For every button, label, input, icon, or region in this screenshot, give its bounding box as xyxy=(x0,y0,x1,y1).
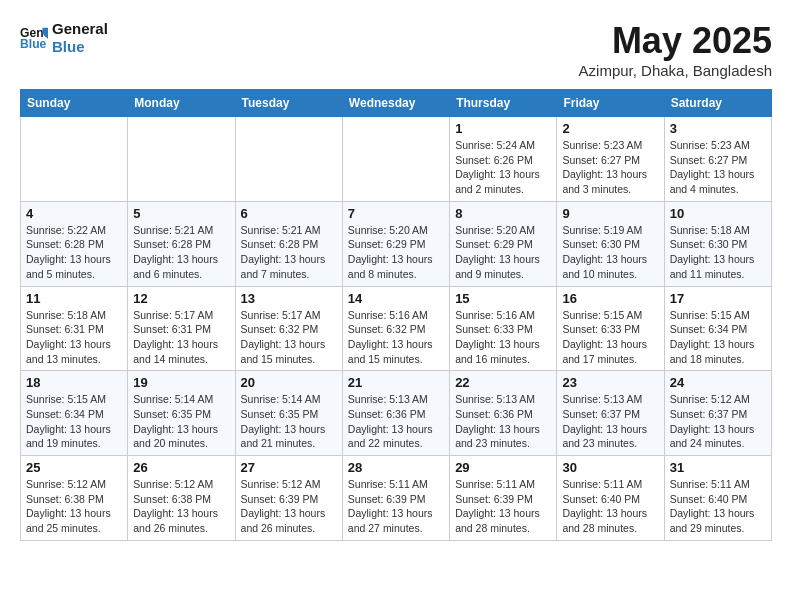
calendar-cell: 21Sunrise: 5:13 AMSunset: 6:36 PMDayligh… xyxy=(342,371,449,456)
day-info: Sunrise: 5:15 AMSunset: 6:34 PMDaylight:… xyxy=(670,308,766,367)
calendar-cell: 9Sunrise: 5:19 AMSunset: 6:30 PMDaylight… xyxy=(557,201,664,286)
day-info: Sunrise: 5:23 AMSunset: 6:27 PMDaylight:… xyxy=(670,138,766,197)
calendar-cell: 24Sunrise: 5:12 AMSunset: 6:37 PMDayligh… xyxy=(664,371,771,456)
calendar-cell: 8Sunrise: 5:20 AMSunset: 6:29 PMDaylight… xyxy=(450,201,557,286)
day-info: Sunrise: 5:20 AMSunset: 6:29 PMDaylight:… xyxy=(348,223,444,282)
day-info: Sunrise: 5:13 AMSunset: 6:36 PMDaylight:… xyxy=(348,392,444,451)
day-info: Sunrise: 5:21 AMSunset: 6:28 PMDaylight:… xyxy=(241,223,337,282)
day-info: Sunrise: 5:17 AMSunset: 6:31 PMDaylight:… xyxy=(133,308,229,367)
day-info: Sunrise: 5:15 AMSunset: 6:33 PMDaylight:… xyxy=(562,308,658,367)
page-header: General Blue General Blue May 2025 Azimp… xyxy=(20,20,772,79)
calendar-cell: 30Sunrise: 5:11 AMSunset: 6:40 PMDayligh… xyxy=(557,456,664,541)
day-number: 23 xyxy=(562,375,658,390)
day-info: Sunrise: 5:11 AMSunset: 6:39 PMDaylight:… xyxy=(348,477,444,536)
day-info: Sunrise: 5:16 AMSunset: 6:33 PMDaylight:… xyxy=(455,308,551,367)
calendar-cell: 22Sunrise: 5:13 AMSunset: 6:36 PMDayligh… xyxy=(450,371,557,456)
calendar-cell xyxy=(21,117,128,202)
calendar-week-row: 4Sunrise: 5:22 AMSunset: 6:28 PMDaylight… xyxy=(21,201,772,286)
day-number: 25 xyxy=(26,460,122,475)
day-info: Sunrise: 5:11 AMSunset: 6:39 PMDaylight:… xyxy=(455,477,551,536)
calendar-table: SundayMondayTuesdayWednesdayThursdayFrid… xyxy=(20,89,772,541)
month-title: May 2025 xyxy=(579,20,772,62)
day-number: 1 xyxy=(455,121,551,136)
svg-text:Blue: Blue xyxy=(20,37,47,51)
weekday-header-sunday: Sunday xyxy=(21,90,128,117)
calendar-cell xyxy=(235,117,342,202)
day-info: Sunrise: 5:18 AMSunset: 6:31 PMDaylight:… xyxy=(26,308,122,367)
calendar-cell xyxy=(342,117,449,202)
day-number: 26 xyxy=(133,460,229,475)
weekday-header-monday: Monday xyxy=(128,90,235,117)
day-info: Sunrise: 5:12 AMSunset: 6:39 PMDaylight:… xyxy=(241,477,337,536)
day-number: 21 xyxy=(348,375,444,390)
calendar-cell: 1Sunrise: 5:24 AMSunset: 6:26 PMDaylight… xyxy=(450,117,557,202)
day-info: Sunrise: 5:19 AMSunset: 6:30 PMDaylight:… xyxy=(562,223,658,282)
day-number: 10 xyxy=(670,206,766,221)
day-number: 17 xyxy=(670,291,766,306)
calendar-cell: 28Sunrise: 5:11 AMSunset: 6:39 PMDayligh… xyxy=(342,456,449,541)
day-number: 7 xyxy=(348,206,444,221)
calendar-cell xyxy=(128,117,235,202)
day-number: 5 xyxy=(133,206,229,221)
calendar-week-row: 1Sunrise: 5:24 AMSunset: 6:26 PMDaylight… xyxy=(21,117,772,202)
calendar-cell: 4Sunrise: 5:22 AMSunset: 6:28 PMDaylight… xyxy=(21,201,128,286)
calendar-cell: 25Sunrise: 5:12 AMSunset: 6:38 PMDayligh… xyxy=(21,456,128,541)
calendar-cell: 10Sunrise: 5:18 AMSunset: 6:30 PMDayligh… xyxy=(664,201,771,286)
day-info: Sunrise: 5:24 AMSunset: 6:26 PMDaylight:… xyxy=(455,138,551,197)
calendar-cell: 3Sunrise: 5:23 AMSunset: 6:27 PMDaylight… xyxy=(664,117,771,202)
day-info: Sunrise: 5:22 AMSunset: 6:28 PMDaylight:… xyxy=(26,223,122,282)
logo-general: General xyxy=(52,20,108,38)
day-info: Sunrise: 5:12 AMSunset: 6:37 PMDaylight:… xyxy=(670,392,766,451)
day-number: 4 xyxy=(26,206,122,221)
calendar-cell: 31Sunrise: 5:11 AMSunset: 6:40 PMDayligh… xyxy=(664,456,771,541)
day-info: Sunrise: 5:11 AMSunset: 6:40 PMDaylight:… xyxy=(670,477,766,536)
day-number: 28 xyxy=(348,460,444,475)
day-number: 8 xyxy=(455,206,551,221)
calendar-cell: 18Sunrise: 5:15 AMSunset: 6:34 PMDayligh… xyxy=(21,371,128,456)
weekday-header-wednesday: Wednesday xyxy=(342,90,449,117)
weekday-header-saturday: Saturday xyxy=(664,90,771,117)
day-number: 16 xyxy=(562,291,658,306)
day-number: 11 xyxy=(26,291,122,306)
calendar-cell: 5Sunrise: 5:21 AMSunset: 6:28 PMDaylight… xyxy=(128,201,235,286)
logo: General Blue General Blue xyxy=(20,20,108,56)
calendar-cell: 11Sunrise: 5:18 AMSunset: 6:31 PMDayligh… xyxy=(21,286,128,371)
title-block: May 2025 Azimpur, Dhaka, Bangladesh xyxy=(579,20,772,79)
day-number: 20 xyxy=(241,375,337,390)
calendar-cell: 20Sunrise: 5:14 AMSunset: 6:35 PMDayligh… xyxy=(235,371,342,456)
calendar-cell: 23Sunrise: 5:13 AMSunset: 6:37 PMDayligh… xyxy=(557,371,664,456)
calendar-cell: 12Sunrise: 5:17 AMSunset: 6:31 PMDayligh… xyxy=(128,286,235,371)
logo-blue: Blue xyxy=(52,38,108,56)
calendar-week-row: 18Sunrise: 5:15 AMSunset: 6:34 PMDayligh… xyxy=(21,371,772,456)
calendar-cell: 14Sunrise: 5:16 AMSunset: 6:32 PMDayligh… xyxy=(342,286,449,371)
day-number: 19 xyxy=(133,375,229,390)
calendar-body: 1Sunrise: 5:24 AMSunset: 6:26 PMDaylight… xyxy=(21,117,772,541)
day-info: Sunrise: 5:13 AMSunset: 6:37 PMDaylight:… xyxy=(562,392,658,451)
weekday-header-tuesday: Tuesday xyxy=(235,90,342,117)
day-number: 27 xyxy=(241,460,337,475)
day-info: Sunrise: 5:23 AMSunset: 6:27 PMDaylight:… xyxy=(562,138,658,197)
day-info: Sunrise: 5:21 AMSunset: 6:28 PMDaylight:… xyxy=(133,223,229,282)
calendar-cell: 2Sunrise: 5:23 AMSunset: 6:27 PMDaylight… xyxy=(557,117,664,202)
day-number: 2 xyxy=(562,121,658,136)
day-info: Sunrise: 5:15 AMSunset: 6:34 PMDaylight:… xyxy=(26,392,122,451)
day-number: 29 xyxy=(455,460,551,475)
day-number: 24 xyxy=(670,375,766,390)
location-subtitle: Azimpur, Dhaka, Bangladesh xyxy=(579,62,772,79)
calendar-cell: 29Sunrise: 5:11 AMSunset: 6:39 PMDayligh… xyxy=(450,456,557,541)
calendar-cell: 6Sunrise: 5:21 AMSunset: 6:28 PMDaylight… xyxy=(235,201,342,286)
day-number: 22 xyxy=(455,375,551,390)
calendar-cell: 7Sunrise: 5:20 AMSunset: 6:29 PMDaylight… xyxy=(342,201,449,286)
day-number: 3 xyxy=(670,121,766,136)
weekday-header-friday: Friday xyxy=(557,90,664,117)
weekday-header-row: SundayMondayTuesdayWednesdayThursdayFrid… xyxy=(21,90,772,117)
day-number: 14 xyxy=(348,291,444,306)
day-info: Sunrise: 5:14 AMSunset: 6:35 PMDaylight:… xyxy=(241,392,337,451)
day-info: Sunrise: 5:11 AMSunset: 6:40 PMDaylight:… xyxy=(562,477,658,536)
day-info: Sunrise: 5:13 AMSunset: 6:36 PMDaylight:… xyxy=(455,392,551,451)
day-info: Sunrise: 5:12 AMSunset: 6:38 PMDaylight:… xyxy=(26,477,122,536)
calendar-cell: 19Sunrise: 5:14 AMSunset: 6:35 PMDayligh… xyxy=(128,371,235,456)
day-info: Sunrise: 5:20 AMSunset: 6:29 PMDaylight:… xyxy=(455,223,551,282)
day-number: 30 xyxy=(562,460,658,475)
day-number: 13 xyxy=(241,291,337,306)
